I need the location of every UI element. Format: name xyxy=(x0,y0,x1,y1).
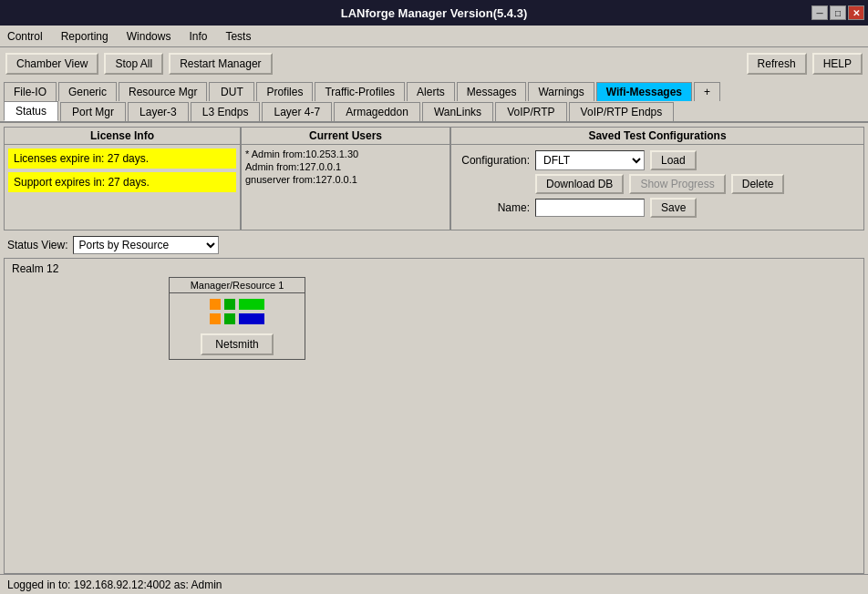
status-view-label: Status View: xyxy=(7,239,67,251)
toolbar: Chamber View Stop All Restart Manager Re… xyxy=(0,47,868,80)
indicator-green-sm-2 xyxy=(224,313,235,324)
tab-layer47[interactable]: Layer 4-7 xyxy=(262,102,332,121)
tab-voiprtp[interactable]: VoIP/RTP xyxy=(495,102,566,121)
indicator-row1 xyxy=(210,299,264,310)
tab-profiles[interactable]: Profiles xyxy=(256,82,313,101)
saved-configs-panel: Saved Test Configurations Configuration:… xyxy=(450,127,864,230)
main-content: License Info Licenses expire in: 27 days… xyxy=(0,123,868,574)
tab-resource-mgr[interactable]: Resource Mgr xyxy=(119,82,207,101)
tabs-row2: Status Port Mgr Layer-3 L3 Endps Layer 4… xyxy=(0,101,868,123)
tab-wanlinks[interactable]: WanLinks xyxy=(422,102,493,121)
tab-layer3[interactable]: Layer-3 xyxy=(128,102,189,121)
indicator-orange-2 xyxy=(210,313,221,324)
indicator-blue xyxy=(239,313,264,324)
config-row2: Download DB Show Progress Delete xyxy=(457,174,858,194)
status-view-select[interactable]: Ports by Resource Ports Flat Stations La… xyxy=(73,236,219,254)
config-content: Configuration: DFLT Load Download DB Sho… xyxy=(451,145,863,223)
close-button[interactable]: ✕ xyxy=(848,5,864,20)
load-button[interactable]: Load xyxy=(650,150,697,170)
status-bar: Logged in to: 192.168.92.12:4002 as: Adm… xyxy=(0,574,868,594)
menu-bar: Control Reporting Windows Info Tests xyxy=(0,26,868,47)
realm-label: Realm 12 xyxy=(5,259,863,279)
delete-button[interactable]: Delete xyxy=(731,174,785,194)
show-progress-button[interactable]: Show Progress xyxy=(629,174,725,194)
license-panel: License Info Licenses expire in: 27 days… xyxy=(4,127,241,230)
user-line2: Admin from:127.0.0.1 xyxy=(245,161,446,172)
minimize-button[interactable]: ─ xyxy=(811,5,828,20)
resource-indicators xyxy=(170,293,305,330)
tab-dut[interactable]: DUT xyxy=(209,82,254,101)
restart-manager-button[interactable]: Restart Manager xyxy=(169,53,272,75)
download-db-button[interactable]: Download DB xyxy=(535,174,624,194)
name-label: Name: xyxy=(457,201,530,214)
title-bar: LANforge Manager Version(5.4.3) ─ □ ✕ xyxy=(0,0,868,26)
tab-generic[interactable]: Generic xyxy=(58,82,117,101)
tab-traffic-profiles[interactable]: Traffic-Profiles xyxy=(315,82,405,101)
config-select[interactable]: DFLT xyxy=(535,150,645,170)
current-users-content: * Admin from:10.253.1.30 Admin from:127.… xyxy=(242,145,450,230)
indicator-green-sm-1 xyxy=(224,299,235,310)
netsmith-button[interactable]: Netsmith xyxy=(201,333,273,355)
menu-windows[interactable]: Windows xyxy=(123,28,175,45)
menu-tests[interactable]: Tests xyxy=(222,28,254,45)
tab-l3-endps[interactable]: L3 Endps xyxy=(191,102,261,121)
tab-file-io[interactable]: File-IO xyxy=(4,82,57,101)
tab-messages[interactable]: Messages xyxy=(457,82,527,101)
license-panel-title: License Info xyxy=(5,128,240,145)
name-input[interactable] xyxy=(535,199,645,217)
menu-control[interactable]: Control xyxy=(4,28,46,45)
indicator-row2 xyxy=(210,313,264,324)
config-row3: Name: Save xyxy=(457,198,858,218)
menu-reporting[interactable]: Reporting xyxy=(57,28,112,45)
indicator-orange-1 xyxy=(210,299,221,310)
tabs-row1: File-IO Generic Resource Mgr DUT Profile… xyxy=(0,80,868,101)
info-panels: License Info Licenses expire in: 27 days… xyxy=(0,123,868,232)
tab-voiprtp-endps[interactable]: VoIP/RTP Endps xyxy=(569,102,675,121)
status-bar-text: Logged in to: 192.168.92.12:4002 as: Adm… xyxy=(7,579,222,591)
config-label: Configuration: xyxy=(457,154,530,167)
saved-configs-title: Saved Test Configurations xyxy=(451,128,863,145)
window-controls: ─ □ ✕ xyxy=(811,5,864,20)
chamber-view-button[interactable]: Chamber View xyxy=(5,53,98,75)
tab-armageddon[interactable]: Armageddon xyxy=(334,102,420,121)
config-row1: Configuration: DFLT Load xyxy=(457,150,858,170)
realm-area: Realm 12 Manager/Resource 1 Netsmith xyxy=(4,258,864,574)
stop-all-button[interactable]: Stop All xyxy=(104,53,163,75)
tab-plus[interactable]: + xyxy=(694,82,720,101)
indicator-green-lg-1 xyxy=(239,299,264,310)
tab-port-mgr[interactable]: Port Mgr xyxy=(60,102,126,121)
window-title: LANforge Manager Version(5.4.3) xyxy=(341,6,527,20)
user-line1: * Admin from:10.253.1.30 xyxy=(245,148,446,159)
license-line2: Support expires in: 27 days. xyxy=(8,172,236,192)
license-panel-content: Licenses expire in: 27 days. Support exp… xyxy=(5,145,240,230)
resource-box: Manager/Resource 1 Netsmith xyxy=(169,277,305,360)
tab-alerts[interactable]: Alerts xyxy=(407,82,455,101)
tab-status[interactable]: Status xyxy=(4,101,58,121)
maximize-button[interactable]: □ xyxy=(830,5,846,20)
tab-warnings[interactable]: Warnings xyxy=(528,82,594,101)
tab-wifi-messages[interactable]: Wifi-Messages xyxy=(596,82,692,101)
user-line3: gnuserver from:127.0.0.1 xyxy=(245,174,446,185)
license-line1: Licenses expire in: 27 days. xyxy=(8,148,236,169)
status-view-row: Status View: Ports by Resource Ports Fla… xyxy=(0,232,868,258)
resource-box-title: Manager/Resource 1 xyxy=(170,278,305,293)
current-users-panel: Current Users * Admin from:10.253.1.30 A… xyxy=(241,127,450,230)
menu-info[interactable]: Info xyxy=(185,28,211,45)
refresh-button[interactable]: Refresh xyxy=(747,53,807,75)
help-button[interactable]: HELP xyxy=(812,53,863,75)
save-button[interactable]: Save xyxy=(650,198,697,218)
current-users-title: Current Users xyxy=(242,128,450,145)
